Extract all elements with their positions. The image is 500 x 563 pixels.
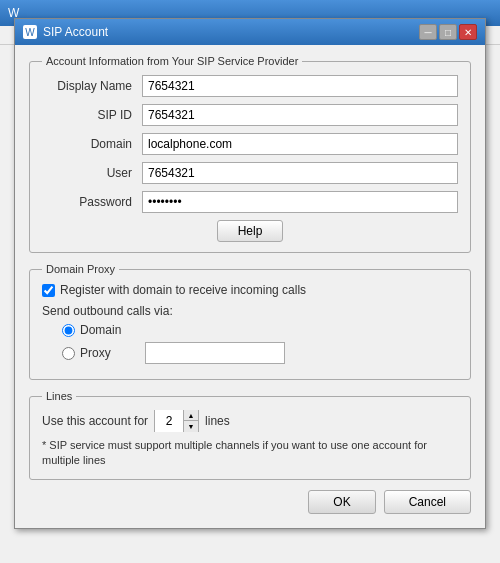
maximize-button[interactable]: □ — [439, 24, 457, 40]
user-row: User — [42, 162, 458, 184]
password-label: Password — [42, 195, 132, 209]
sip-id-input[interactable] — [142, 104, 458, 126]
domain-input[interactable] — [142, 133, 458, 155]
dialog-body: Account Information from Your SIP Servic… — [15, 45, 485, 528]
display-name-label: Display Name — [42, 79, 132, 93]
sip-account-dialog: W SIP Account ─ □ ✕ Account Information … — [14, 18, 486, 529]
lines-suffix-label: lines — [205, 414, 230, 428]
proxy-radio[interactable] — [62, 347, 75, 360]
cancel-button[interactable]: Cancel — [384, 490, 471, 514]
spinner-buttons: ▲ ▼ — [183, 410, 198, 432]
dialog-buttons: OK Cancel — [29, 490, 471, 514]
use-account-label: Use this account for — [42, 414, 148, 428]
register-checkbox-row: Register with domain to receive incoming… — [42, 283, 458, 297]
title-bar-controls: ─ □ ✕ — [419, 24, 477, 40]
lines-spinner: ▲ ▼ — [154, 410, 199, 432]
title-bar: W SIP Account ─ □ ✕ — [15, 19, 485, 45]
register-label: Register with domain to receive incoming… — [60, 283, 306, 297]
window-icon: W — [23, 25, 37, 39]
display-name-row: Display Name — [42, 75, 458, 97]
sip-id-row: SIP ID — [42, 104, 458, 126]
display-name-input[interactable] — [142, 75, 458, 97]
send-outbound-label: Send outbound calls via: — [42, 304, 458, 318]
lines-input[interactable] — [155, 410, 183, 432]
domain-label: Domain — [42, 137, 132, 151]
proxy-radio-label: Proxy — [80, 346, 140, 360]
domain-proxy-legend: Domain Proxy — [42, 263, 119, 275]
account-info-legend: Account Information from Your SIP Servic… — [42, 55, 302, 67]
domain-row: Domain — [42, 133, 458, 155]
proxy-radio-row: Proxy — [62, 342, 458, 364]
lines-group: Lines Use this account for ▲ ▼ lines * S… — [29, 390, 471, 480]
domain-radio[interactable] — [62, 324, 75, 337]
close-button[interactable]: ✕ — [459, 24, 477, 40]
proxy-input[interactable] — [145, 342, 285, 364]
lines-legend: Lines — [42, 390, 76, 402]
ok-button[interactable]: OK — [308, 490, 375, 514]
domain-proxy-group: Domain Proxy Register with domain to rec… — [29, 263, 471, 380]
window-title: SIP Account — [43, 25, 108, 39]
spinner-up-button[interactable]: ▲ — [184, 410, 198, 421]
domain-radio-row: Domain — [62, 323, 458, 337]
password-row: Password — [42, 191, 458, 213]
minimize-button[interactable]: ─ — [419, 24, 437, 40]
user-input[interactable] — [142, 162, 458, 184]
account-info-group: Account Information from Your SIP Servic… — [29, 55, 471, 253]
register-checkbox[interactable] — [42, 284, 55, 297]
title-bar-left: W SIP Account — [23, 25, 108, 39]
password-input[interactable] — [142, 191, 458, 213]
domain-radio-label: Domain — [80, 323, 140, 337]
help-button[interactable]: Help — [217, 220, 284, 242]
help-row: Help — [42, 220, 458, 242]
sip-id-label: SIP ID — [42, 108, 132, 122]
spinner-down-button[interactable]: ▼ — [184, 421, 198, 432]
lines-note: * SIP service must support multiple chan… — [42, 438, 458, 469]
lines-count-row: Use this account for ▲ ▼ lines — [42, 410, 458, 432]
user-label: User — [42, 166, 132, 180]
